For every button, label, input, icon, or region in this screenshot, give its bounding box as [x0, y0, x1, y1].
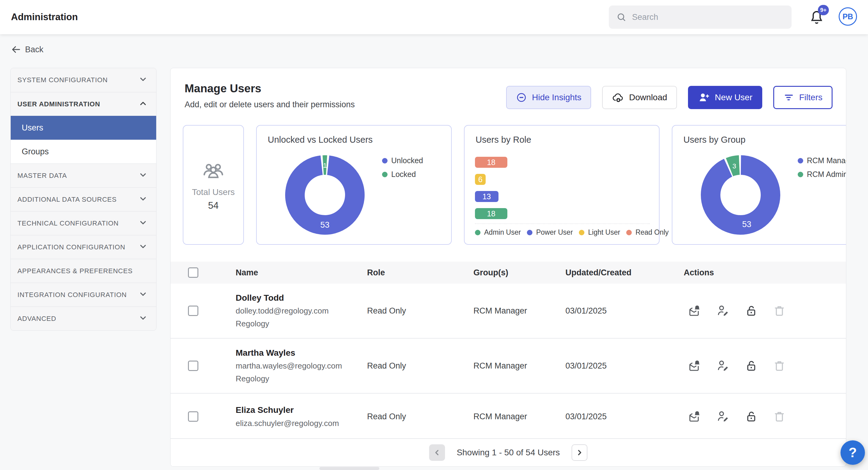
- row-checkbox[interactable]: [188, 306, 198, 316]
- search-input[interactable]: [631, 12, 784, 22]
- previous-page-button[interactable]: [429, 444, 445, 461]
- notify-mail-icon[interactable]: [688, 410, 702, 423]
- legend-label: Admin User: [484, 228, 521, 237]
- delete-icon[interactable]: [773, 359, 786, 373]
- sidebar-item-user-administration[interactable]: USER ADMINISTRATION: [11, 92, 156, 116]
- new-user-button[interactable]: New User: [688, 86, 762, 109]
- legend-item: RCM Manag: [798, 156, 846, 165]
- user-email: dolley.todd@regology.com: [236, 306, 367, 316]
- legend-dot: [382, 172, 388, 177]
- people-group-icon: [202, 159, 225, 182]
- role-bar-chart: 1861318: [475, 157, 650, 225]
- column-header-role: Role: [367, 268, 473, 278]
- user-org: Regology: [236, 319, 367, 328]
- total-users-value: 54: [208, 200, 219, 211]
- chart-title: Users by Group: [683, 135, 745, 145]
- sidebar-item-application-configuration[interactable]: APPLICATION CONFIGURATION: [11, 235, 156, 259]
- insights-row: Total Users 54 Unlocked vs Locked Users …: [183, 125, 846, 245]
- topbar: Administration 9+ PB: [0, 0, 868, 34]
- pagination-label: Showing 1 - 50 of 54 Users: [457, 448, 560, 458]
- next-page-button[interactable]: [571, 444, 587, 461]
- app-title: Administration: [11, 11, 78, 23]
- notifications-button[interactable]: 9+: [809, 8, 826, 28]
- legend-dot: [527, 230, 532, 235]
- column-header-groups: Group(s): [473, 268, 565, 278]
- chevron-down-icon: [138, 289, 148, 301]
- edit-user-icon[interactable]: [716, 410, 730, 423]
- chart-title: Users by Role: [475, 135, 531, 145]
- avatar[interactable]: PB: [839, 7, 857, 26]
- row-checkbox[interactable]: [188, 411, 198, 422]
- legend-item: Power User: [527, 228, 573, 237]
- unlocked-locked-card: Unlocked vs Locked Users 531 Unlocked Lo…: [256, 125, 452, 245]
- user-role: Read Only: [367, 412, 473, 421]
- notify-mail-icon[interactable]: [688, 359, 702, 373]
- chevron-left-icon: [433, 448, 441, 457]
- hide-insights-label: Hide Insights: [532, 93, 581, 102]
- legend-dot: [382, 158, 388, 163]
- row-checkbox[interactable]: [188, 361, 198, 371]
- edit-user-icon[interactable]: [716, 359, 730, 373]
- legend-dot: [626, 230, 632, 235]
- arrow-left-icon: [11, 44, 21, 54]
- role-bar: 6: [475, 174, 486, 185]
- help-button[interactable]: ?: [840, 440, 865, 465]
- user-role: Read Only: [367, 361, 473, 371]
- legend-item: RCM Admin: [798, 170, 846, 179]
- users-by-group-card: Users by Group 533 RCM Manag RCM Admin: [672, 125, 846, 245]
- sidebar-item-system-configuration[interactable]: SYSTEM CONFIGURATION: [11, 68, 156, 92]
- sidebar-item-label: TECHNICAL CONFIGURATION: [18, 219, 119, 227]
- notify-mail-icon[interactable]: [688, 304, 702, 317]
- sidebar-item-advanced[interactable]: ADVANCED: [11, 307, 156, 330]
- total-users-card: Total Users 54: [183, 125, 244, 245]
- table-row: Martha Wayles martha.wayles@regology.com…: [170, 339, 846, 394]
- legend-item: Admin User: [475, 228, 521, 237]
- column-header-actions: Actions: [684, 268, 846, 278]
- filters-button[interactable]: Filters: [773, 86, 833, 109]
- sidebar-item-technical-configuration[interactable]: TECHNICAL CONFIGURATION: [11, 211, 156, 235]
- horizontal-scrollbar-thumb[interactable]: [319, 467, 379, 470]
- user-role: Read Only: [367, 306, 473, 316]
- row-actions: [684, 359, 846, 373]
- svg-text:1: 1: [323, 162, 327, 169]
- sidebar-item-groups[interactable]: Groups: [11, 140, 156, 163]
- chevron-down-icon: [138, 170, 148, 181]
- unlock-icon[interactable]: [745, 304, 758, 317]
- hide-insights-button[interactable]: Hide Insights: [506, 86, 591, 109]
- user-org: Regology: [236, 374, 367, 383]
- sidebar-item-appearances-preferences[interactable]: APPEARANCES & PREFERENCES: [11, 259, 156, 283]
- sidebar-item-label: Groups: [22, 147, 49, 156]
- delete-icon[interactable]: [773, 304, 786, 317]
- person-add-icon: [698, 91, 710, 103]
- bell-icon: [809, 22, 825, 27]
- edit-user-icon[interactable]: [716, 304, 730, 317]
- legend-dot: [798, 158, 803, 163]
- header-actions: Hide Insights Download: [506, 86, 833, 109]
- filter-icon: [783, 92, 794, 103]
- user-name: Martha Wayles: [236, 348, 367, 358]
- download-button[interactable]: Download: [602, 86, 677, 109]
- sidebar-item-integration-configuration[interactable]: INTEGRATION CONFIGURATION: [11, 283, 156, 307]
- legend-label: Power User: [536, 228, 573, 237]
- user-email: martha.wayles@regology.com: [236, 361, 367, 371]
- row-actions: [684, 410, 846, 423]
- sidebar-item-master-data[interactable]: MASTER DATA: [11, 163, 156, 187]
- back-link[interactable]: Back: [11, 44, 43, 54]
- user-group: RCM Manager: [473, 306, 565, 316]
- select-all-checkbox[interactable]: [188, 268, 198, 278]
- sidebar-item-additional-data-sources[interactable]: ADDITIONAL DATA SOURCES: [11, 187, 156, 211]
- chevron-down-icon: [138, 194, 148, 205]
- search-box[interactable]: [609, 5, 792, 29]
- unlock-icon[interactable]: [745, 410, 758, 423]
- sidebar-item-label: USER ADMINISTRATION: [18, 100, 100, 108]
- sidebar-item-users[interactable]: Users: [11, 116, 156, 140]
- chevron-up-icon: [138, 99, 148, 110]
- role-bar: 18: [475, 208, 507, 219]
- users-by-role-card: Users by Role 1861318 Admin User Power U…: [464, 125, 659, 245]
- user-updated: 03/01/2025: [565, 306, 684, 316]
- manage-users-panel: Manage Users Add, edit or delete users a…: [170, 68, 846, 467]
- delete-icon[interactable]: [773, 410, 786, 423]
- filters-label: Filters: [799, 93, 823, 102]
- unlock-icon[interactable]: [745, 359, 758, 373]
- search-icon: [616, 12, 626, 22]
